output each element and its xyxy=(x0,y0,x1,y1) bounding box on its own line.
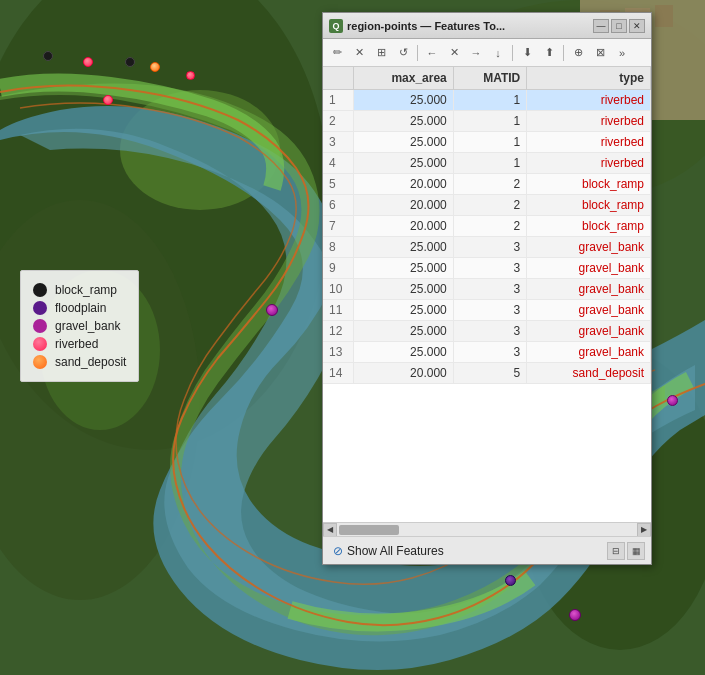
cell-matid: 3 xyxy=(453,342,526,363)
new-row-button[interactable]: ⊞ xyxy=(371,43,391,63)
legend-item: sand_deposit xyxy=(33,355,126,369)
map-point[interactable] xyxy=(266,304,278,316)
separator-1 xyxy=(417,45,418,61)
cell-rownum: 2 xyxy=(323,111,353,132)
col-header-max-area[interactable]: max_area xyxy=(353,67,453,90)
map-point[interactable] xyxy=(43,51,53,61)
cell-max-area: 20.000 xyxy=(353,195,453,216)
cell-type: gravel_bank xyxy=(527,237,651,258)
table-body: 125.0001riverbed225.0001riverbed325.0001… xyxy=(323,90,651,384)
table-scroll[interactable]: max_area MATID type 125.0001riverbed225.… xyxy=(323,67,651,522)
table-row[interactable]: 1225.0003gravel_bank xyxy=(323,321,651,342)
down-button[interactable]: ↓ xyxy=(488,43,508,63)
table-row[interactable]: 520.0002block_ramp xyxy=(323,174,651,195)
show-all-features-button[interactable]: ⊘ Show All Features xyxy=(329,542,448,560)
cell-max-area: 25.000 xyxy=(353,111,453,132)
cell-type: riverbed xyxy=(527,90,651,111)
svg-point-2 xyxy=(0,200,200,600)
table-row[interactable]: 720.0002block_ramp xyxy=(323,216,651,237)
map-point[interactable] xyxy=(186,71,195,80)
cell-max-area: 25.000 xyxy=(353,321,453,342)
scrollbar-track[interactable] xyxy=(339,524,635,536)
cell-max-area: 25.000 xyxy=(353,237,453,258)
table-row[interactable]: 1025.0003gravel_bank xyxy=(323,279,651,300)
delete-button[interactable]: ✕ xyxy=(349,43,369,63)
table-row[interactable]: 825.0003gravel_bank xyxy=(323,237,651,258)
cell-type: gravel_bank xyxy=(527,279,651,300)
table-row[interactable]: 125.0001riverbed xyxy=(323,90,651,111)
paste-button[interactable]: ⬆ xyxy=(539,43,559,63)
map-point[interactable] xyxy=(150,62,160,72)
scroll-right-button[interactable]: ▶ xyxy=(637,523,651,537)
clear-button[interactable]: ✕ xyxy=(444,43,464,63)
table-row[interactable]: 1325.0003gravel_bank xyxy=(323,342,651,363)
more-button[interactable]: » xyxy=(612,43,632,63)
map-point[interactable] xyxy=(83,57,93,67)
footer-icons: ⊟ ▦ xyxy=(607,542,645,560)
table-row[interactable]: 325.0001riverbed xyxy=(323,132,651,153)
cell-max-area: 25.000 xyxy=(353,153,453,174)
legend-item: floodplain xyxy=(33,301,126,315)
map-point[interactable] xyxy=(667,395,678,406)
cell-matid: 2 xyxy=(453,195,526,216)
filter-icon: ⊘ xyxy=(333,544,343,558)
minimize-button[interactable]: — xyxy=(593,19,609,33)
cell-max-area: 25.000 xyxy=(353,279,453,300)
table-row[interactable]: 1420.0005sand_deposit xyxy=(323,363,651,384)
table-container: max_area MATID type 125.0001riverbed225.… xyxy=(323,67,651,522)
table-row[interactable]: 925.0003gravel_bank xyxy=(323,258,651,279)
zoom-button[interactable]: ⊕ xyxy=(568,43,588,63)
window-controls[interactable]: — □ ✕ xyxy=(593,19,645,33)
copy-button[interactable]: ⬇ xyxy=(517,43,537,63)
table-row[interactable]: 1125.0003gravel_bank xyxy=(323,300,651,321)
scroll-left-button[interactable]: ◀ xyxy=(323,523,337,537)
maximize-button[interactable]: □ xyxy=(611,19,627,33)
cell-type: block_ramp xyxy=(527,174,651,195)
cell-matid: 3 xyxy=(453,300,526,321)
cell-max-area: 25.000 xyxy=(353,258,453,279)
cell-matid: 2 xyxy=(453,216,526,237)
cell-rownum: 5 xyxy=(323,174,353,195)
map-point[interactable] xyxy=(505,575,516,586)
cell-max-area: 25.000 xyxy=(353,342,453,363)
table-row[interactable]: 225.0001riverbed xyxy=(323,111,651,132)
undo-button[interactable]: ← xyxy=(422,43,442,63)
col-header-type[interactable]: type xyxy=(527,67,651,90)
cell-type: gravel_bank xyxy=(527,300,651,321)
refresh-button[interactable]: ↺ xyxy=(393,43,413,63)
svg-rect-10 xyxy=(655,5,673,27)
legend-item: gravel_bank xyxy=(33,319,126,333)
table-row[interactable]: 620.0002block_ramp xyxy=(323,195,651,216)
legend-label: gravel_bank xyxy=(55,319,120,333)
app-icon: Q xyxy=(329,19,343,33)
cell-max-area: 20.000 xyxy=(353,174,453,195)
feature-table-window: Q region-points — Features To... — □ ✕ ✏… xyxy=(322,12,652,565)
pan-button[interactable]: ⊠ xyxy=(590,43,610,63)
layout-button-1[interactable]: ⊟ xyxy=(607,542,625,560)
map-point[interactable] xyxy=(569,609,581,621)
layout-button-2[interactable]: ▦ xyxy=(627,542,645,560)
legend-label: riverbed xyxy=(55,337,98,351)
map-point[interactable] xyxy=(125,57,135,67)
close-button[interactable]: ✕ xyxy=(629,19,645,33)
cell-max-area: 20.000 xyxy=(353,216,453,237)
redo-button[interactable]: → xyxy=(466,43,486,63)
scrollbar-thumb[interactable] xyxy=(339,525,399,535)
cell-type: block_ramp xyxy=(527,216,651,237)
col-header-matid[interactable]: MATID xyxy=(453,67,526,90)
cell-max-area: 25.000 xyxy=(353,300,453,321)
cell-rownum: 1 xyxy=(323,90,353,111)
map-point[interactable] xyxy=(103,95,113,105)
cell-type: gravel_bank xyxy=(527,342,651,363)
cell-rownum: 11 xyxy=(323,300,353,321)
cell-matid: 1 xyxy=(453,153,526,174)
legend-label: sand_deposit xyxy=(55,355,126,369)
table-row[interactable]: 425.0001riverbed xyxy=(323,153,651,174)
cell-rownum: 7 xyxy=(323,216,353,237)
cell-rownum: 9 xyxy=(323,258,353,279)
horizontal-scrollbar[interactable]: ◀ ▶ xyxy=(323,522,651,536)
cell-matid: 5 xyxy=(453,363,526,384)
cell-rownum: 4 xyxy=(323,153,353,174)
edit-button[interactable]: ✏ xyxy=(327,43,347,63)
title-bar-left: Q region-points — Features To... xyxy=(329,19,505,33)
